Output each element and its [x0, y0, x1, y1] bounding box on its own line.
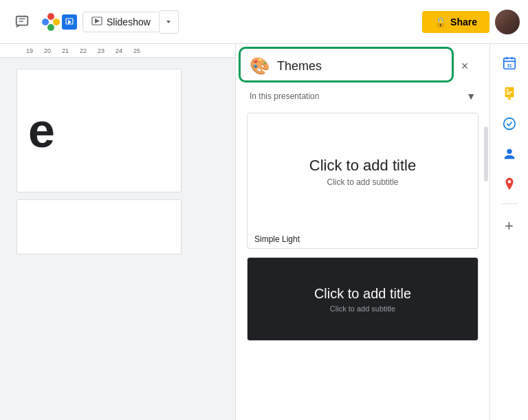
toolbar: Slideshow 🔒 Share	[0, 0, 528, 44]
section-header: In this presentation ▼	[236, 85, 490, 107]
main-area: 19 20 21 22 23 24 25 e 🎨 Themes	[0, 44, 528, 420]
sidebar-icon-maps[interactable]	[496, 170, 523, 198]
close-icon: ×	[461, 59, 469, 74]
svg-point-6	[53, 19, 60, 25]
slide-panel: 19 20 21 22 23 24 25 e	[0, 44, 235, 420]
slideshow-label: Slideshow	[107, 16, 151, 27]
themes-header: 🎨 Themes ×	[236, 44, 490, 85]
slideshow-button[interactable]: Slideshow	[82, 12, 160, 32]
ruler-marks: 19 20 21 22 23 24 25	[21, 47, 146, 54]
add-icon: +	[505, 217, 514, 235]
sidebar-icon-tasks[interactable]	[496, 110, 523, 137]
slides-badge	[62, 14, 77, 30]
sidebar-icon-keep[interactable]	[496, 80, 523, 107]
svg-point-5	[47, 13, 54, 20]
theme-card-dark[interactable]: Click to add title Click to add subtitle	[247, 257, 478, 341]
section-chevron-icon[interactable]: ▼	[466, 91, 476, 102]
themes-list: Click to add title Click to add subtitle…	[236, 107, 490, 420]
themes-palette-icon: 🎨	[250, 56, 270, 76]
svg-rect-22	[506, 89, 509, 91]
svg-marker-12	[166, 21, 170, 23]
theme-preview-light: Click to add title Click to add subtitle	[248, 113, 478, 230]
slide-content: e	[28, 103, 55, 158]
slideshow-play-icon	[91, 16, 102, 27]
ruler-mark-21: 21	[56, 47, 74, 54]
keep-icon	[502, 86, 517, 101]
share-label: Share	[450, 16, 477, 27]
share-lock-icon: 🔒	[434, 16, 446, 27]
theme-card-light[interactable]: Click to add title Click to add subtitle…	[247, 113, 478, 249]
slideshow-button-group: Slideshow	[82, 10, 179, 34]
svg-marker-9	[68, 20, 72, 24]
themes-title: Themes	[277, 59, 447, 74]
theme-light-subtitle: Click to add subtitle	[327, 177, 398, 187]
svg-point-25	[503, 118, 515, 130]
slideshow-dropdown-button[interactable]	[160, 10, 179, 34]
comment-button[interactable]	[8, 8, 36, 36]
slide-thumbnail-1[interactable]: e	[16, 69, 182, 192]
sidebar-divider	[501, 203, 518, 204]
maps-icon	[502, 177, 517, 192]
svg-point-4	[42, 19, 49, 25]
avatar-image	[495, 10, 520, 34]
sidebar-icon-contacts[interactable]	[496, 140, 523, 168]
share-button[interactable]: 🔒 Share	[422, 11, 490, 33]
slides-badge-icon	[65, 18, 74, 26]
ruler-mark-20: 20	[38, 47, 56, 54]
ruler-mark-24: 24	[110, 47, 128, 54]
google-slides-icon	[41, 12, 60, 32]
svg-point-7	[47, 24, 54, 31]
svg-rect-24	[506, 93, 510, 94]
sidebar-add-button[interactable]: +	[496, 212, 523, 240]
theme-preview-dark: Click to add title Click to add subtitle	[248, 258, 478, 340]
theme-dark-title: Click to add title	[314, 286, 411, 302]
theme-dark-subtitle: Click to add subtitle	[330, 305, 395, 313]
ruler-mark-25: 25	[128, 47, 146, 54]
tasks-icon	[502, 116, 517, 131]
calendar-icon: 31	[502, 56, 517, 71]
themes-scrollbar-thumb	[484, 126, 488, 181]
sidebar-icon-calendar[interactable]: 31	[496, 49, 523, 77]
svg-rect-0	[16, 16, 28, 25]
slide-thumbnail-2[interactable]	[16, 199, 182, 254]
svg-text:31: 31	[507, 63, 512, 68]
themes-scrollbar[interactable]	[484, 126, 488, 420]
close-themes-button[interactable]: ×	[454, 55, 476, 77]
slide-area: e	[0, 58, 235, 254]
avatar[interactable]	[495, 10, 520, 34]
ruler-mark-23: 23	[92, 47, 110, 54]
svg-rect-23	[506, 91, 512, 92]
section-label: In this presentation	[250, 91, 319, 101]
svg-point-27	[507, 180, 511, 184]
right-sidebar: 31	[490, 44, 528, 420]
theme-light-name: Simple Light	[248, 230, 478, 248]
themes-panel: 🎨 Themes × In this presentation ▼ Click …	[235, 44, 490, 420]
svg-point-26	[507, 149, 512, 154]
svg-marker-11	[95, 19, 100, 23]
ruler-mark-19: 19	[21, 47, 38, 54]
ruler-mark-22: 22	[74, 47, 92, 54]
theme-light-title: Click to add title	[309, 157, 416, 175]
google-logo-area	[41, 12, 77, 32]
contacts-icon	[502, 146, 517, 162]
ruler: 19 20 21 22 23 24 25	[0, 44, 235, 58]
slideshow-dropdown-icon	[165, 19, 172, 25]
